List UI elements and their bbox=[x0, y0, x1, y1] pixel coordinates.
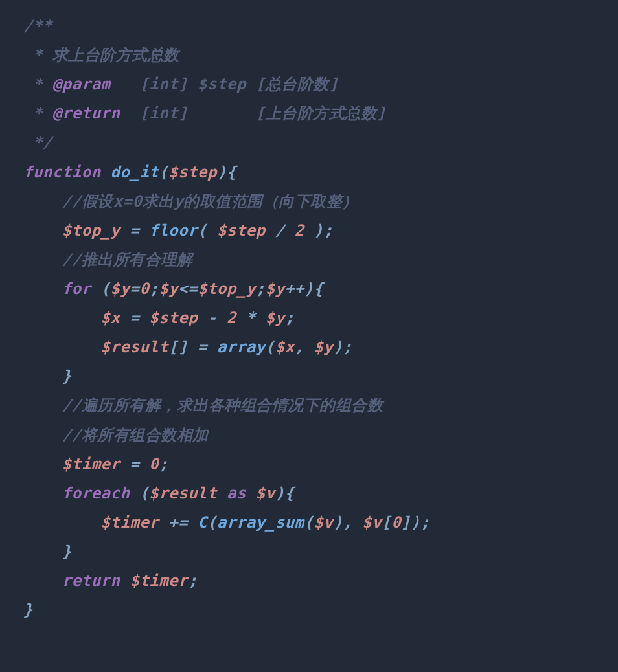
comment-close: */ bbox=[23, 133, 52, 151]
variable: $x bbox=[101, 309, 120, 327]
code-line: * 求上台阶方式总数 bbox=[23, 46, 179, 64]
variable: $result bbox=[101, 338, 169, 356]
line-comment: //遍历所有解，求出各种组合情况下的组合数 bbox=[62, 396, 383, 414]
variable: $v bbox=[256, 484, 275, 502]
variable: $timer bbox=[130, 572, 188, 590]
variable: $timer bbox=[62, 455, 120, 473]
variable: $y bbox=[159, 280, 178, 298]
code-line: //将所有组合数相加 bbox=[23, 426, 209, 444]
variable: $step bbox=[217, 221, 266, 240]
variable: $y bbox=[266, 280, 285, 298]
variable: $result bbox=[149, 484, 217, 502]
variable: $v bbox=[314, 513, 334, 532]
keyword-foreach: foreach bbox=[62, 484, 130, 502]
line-comment: //推出所有合理解 bbox=[62, 251, 192, 269]
doc-tag-return: @return bbox=[52, 104, 120, 122]
comment-prefix: * bbox=[23, 104, 52, 122]
code-line: for ($y=0;$y<=$top_y;$y++){ bbox=[23, 280, 324, 298]
keyword-return: return bbox=[62, 572, 120, 590]
code-line: $timer = 0; bbox=[23, 455, 168, 473]
doc-tag-param: @param bbox=[52, 75, 111, 93]
line-comment: //假设x=0求出y的取值范围（向下取整） bbox=[62, 192, 358, 210]
function-name: do_it bbox=[111, 163, 159, 181]
comment-text: [int] $step [总台阶数] bbox=[111, 75, 339, 93]
code-line: foreach ($result as $v){ bbox=[23, 484, 295, 502]
comment-text: [int] [上台阶方式总数] bbox=[120, 104, 387, 122]
variable: $top_y bbox=[198, 280, 256, 298]
code-line: /** bbox=[23, 17, 52, 35]
comment-prefix: * bbox=[23, 75, 52, 93]
code-line: $result[] = array($x, $y); bbox=[23, 338, 352, 356]
code-line: //假设x=0求出y的取值范围（向下取整） bbox=[23, 192, 358, 210]
variable: $timer bbox=[101, 513, 159, 532]
code-line: $timer += C(array_sum($v), $v[0]); bbox=[23, 513, 430, 532]
variable: $v bbox=[362, 513, 382, 532]
function-call: array_sum bbox=[217, 513, 304, 532]
code-line: } bbox=[23, 543, 72, 561]
variable: $y bbox=[266, 309, 285, 327]
code-line: } bbox=[23, 367, 72, 385]
code-line: $x = $step - 2 * $y; bbox=[23, 309, 295, 327]
variable: $x bbox=[275, 338, 295, 356]
variable: $step bbox=[149, 309, 198, 327]
function-call: floor bbox=[149, 221, 198, 240]
code-line: //推出所有合理解 bbox=[23, 251, 192, 269]
parameter: $step bbox=[168, 163, 217, 181]
number: 0 bbox=[391, 513, 401, 532]
comment-open: /** bbox=[23, 17, 52, 35]
variable: $top_y bbox=[62, 221, 120, 240]
code-line: * @return [int] [上台阶方式总数] bbox=[23, 104, 386, 122]
code-line: function do_it($step){ bbox=[23, 163, 236, 181]
code-block: /** * 求上台阶方式总数 * @param [int] $step [总台阶… bbox=[0, 0, 618, 625]
number: 0 bbox=[149, 455, 159, 473]
code-line: */ bbox=[23, 133, 52, 151]
variable: $y bbox=[111, 280, 130, 298]
function-call: C bbox=[198, 513, 207, 532]
number: 0 bbox=[139, 280, 149, 298]
code-line: } bbox=[23, 601, 33, 619]
function-call: array bbox=[217, 338, 266, 356]
keyword-function: function bbox=[23, 163, 101, 181]
line-comment: //将所有组合数相加 bbox=[62, 426, 209, 444]
code-line: $top_y = floor( $step / 2 ); bbox=[23, 221, 333, 240]
code-line: * @param [int] $step [总台阶数] bbox=[23, 75, 339, 93]
code-line: return $timer; bbox=[23, 572, 198, 590]
keyword-as: as bbox=[227, 484, 246, 502]
variable: $y bbox=[314, 338, 334, 356]
number: 2 bbox=[295, 221, 304, 240]
comment-text: * 求上台阶方式总数 bbox=[23, 46, 179, 64]
keyword-for: for bbox=[62, 280, 91, 298]
number: 2 bbox=[227, 309, 236, 327]
code-line: //遍历所有解，求出各种组合情况下的组合数 bbox=[23, 396, 383, 414]
